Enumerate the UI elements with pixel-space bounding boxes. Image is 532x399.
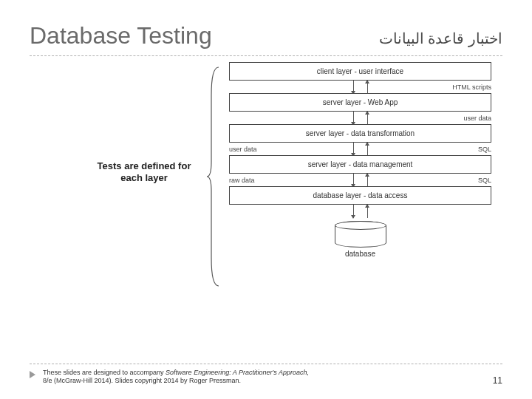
tests-caption-line2: each layer [120,172,168,183]
layer-webapp: server layer - Web App [229,93,491,112]
layer-transform: server layer - data transformation [229,124,491,143]
arrows-icon [273,206,447,216]
database-label: database [327,250,394,258]
arrows-icon [273,175,447,185]
inter-3-right: SQL [447,177,491,184]
page-number: 11 [493,375,502,386]
credit-text: These slides are designed to accompany S… [43,369,309,386]
header-divider [30,55,502,56]
layer-client: client layer - user interface [229,62,491,81]
layer-access: database layer - data access [229,186,491,205]
slide-title: Database Testing [30,22,212,50]
inter-0-right: HTML scripts [447,83,491,91]
curly-brace-icon [207,66,220,287]
arrows-icon [273,82,447,92]
credit-line1b: Software Engineering: A Practitioner's A… [166,369,309,376]
diagram-area: Tests are defined for each layer client … [30,62,502,335]
inter-3-left: raw data [229,177,273,184]
inter-2-right: SQL [447,146,491,153]
database-symbol: database [327,221,394,258]
inter-1: user data [229,113,491,123]
inter-1-right: user data [447,115,491,122]
cylinder-icon [335,221,386,248]
play-icon [30,371,35,378]
credit-line1a: These slides are designed to accompany [43,369,166,376]
tests-caption: Tests are defined for each layer [81,160,207,185]
arrows-icon [273,144,447,154]
layer-management: server layer - data management [229,155,491,174]
layer-stack: client layer - user interface HTML scrip… [229,62,491,258]
footer: These slides are designed to accompany S… [30,364,502,386]
tests-caption-line1: Tests are defined for [98,160,191,171]
inter-3: raw data SQL [229,175,491,185]
slide-subtitle-arabic: اختبار قاعدة البيانات [379,30,502,47]
inter-0: HTML scripts [229,82,491,92]
inter-2-left: user data [229,146,273,153]
inter-2: user data SQL [229,144,491,154]
inter-4 [229,206,491,216]
arrows-icon [273,113,447,123]
credit-line2: 8/e (McGraw-Hill 2014). Slides copyright… [43,377,241,384]
